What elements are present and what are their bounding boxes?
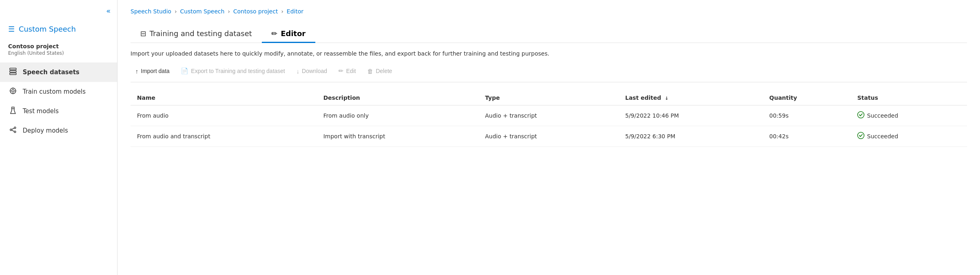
edit-button[interactable]: ✏ Edit: [334, 65, 361, 77]
tabs: ⊟ Training and testing dataset ✏ Editor: [131, 24, 967, 43]
svg-point-11: [14, 127, 16, 129]
row-description-0: From audio only: [317, 105, 479, 126]
sidebar-item-label: Train custom models: [23, 88, 86, 95]
import-data-label: Import data: [141, 68, 170, 74]
main-content: Speech Studio › Custom Speech › Contoso …: [118, 0, 980, 275]
sidebar-item-label: Test models: [23, 107, 59, 115]
sort-icon: ↓: [665, 96, 668, 101]
sidebar-project: Contoso project English (United States): [0, 40, 117, 58]
tab-editor[interactable]: ✏ Editor: [262, 24, 315, 43]
breadcrumb-editor[interactable]: Editor: [287, 8, 303, 15]
row-status-1: Succeeded: [851, 126, 967, 147]
sidebar-item-speech-datasets[interactable]: Speech datasets: [0, 62, 117, 82]
train-custom-models-icon: [8, 87, 18, 97]
import-icon: ↑: [135, 68, 139, 75]
tab-training-testing[interactable]: ⊟ Training and testing dataset: [131, 24, 262, 43]
download-label: Download: [302, 68, 327, 74]
table-body: From audio From audio only Audio + trans…: [131, 105, 967, 147]
tab-training-testing-label: Training and testing dataset: [150, 29, 252, 38]
col-last-edited[interactable]: Last edited ↓: [619, 90, 763, 105]
row-status-label-0: Succeeded: [867, 112, 898, 119]
col-quantity: Quantity: [763, 90, 851, 105]
training-testing-icon: ⊟: [140, 29, 146, 38]
svg-point-16: [858, 132, 864, 139]
speech-datasets-icon: [8, 67, 18, 77]
export-icon: 📄: [181, 67, 188, 75]
project-name: Contoso project: [8, 43, 109, 49]
svg-rect-2: [10, 73, 16, 75]
table-head: Name Description Type Last edited ↓ Quan…: [131, 90, 967, 105]
row-type-0: Audio + transcript: [479, 105, 619, 126]
delete-icon: 🗑: [367, 68, 373, 75]
breadcrumb-sep-2: ›: [228, 8, 230, 15]
delete-button[interactable]: 🗑 Delete: [362, 65, 397, 77]
breadcrumb: Speech Studio › Custom Speech › Contoso …: [131, 8, 967, 15]
sidebar-title: Custom Speech: [19, 25, 76, 33]
table-header-row: Name Description Type Last edited ↓ Quan…: [131, 90, 967, 105]
breadcrumb-contoso-project[interactable]: Contoso project: [233, 8, 278, 15]
sidebar-title-row: ☰ Custom Speech: [0, 21, 117, 40]
tab-editor-label: Editor: [281, 29, 306, 38]
deploy-models-icon: [8, 126, 18, 135]
svg-point-3: [10, 88, 16, 94]
col-description: Description: [317, 90, 479, 105]
row-name-0[interactable]: From audio: [131, 105, 317, 126]
svg-point-12: [14, 131, 16, 133]
hamburger-icon: ☰: [8, 25, 15, 33]
delete-label: Delete: [376, 68, 392, 74]
edit-icon: ✏: [338, 67, 344, 75]
row-quantity-1: 00:42s: [763, 126, 851, 147]
sidebar: « ☰ Custom Speech Contoso project Englis…: [0, 0, 118, 275]
export-label: Export to Training and testing dataset: [191, 68, 285, 74]
sidebar-item-deploy-models[interactable]: Deploy models: [0, 121, 117, 140]
status-succeeded-icon: [857, 111, 864, 120]
row-last-edited-0: 5/9/2022 10:46 PM: [619, 105, 763, 126]
row-status-label-1: Succeeded: [867, 133, 898, 140]
toolbar: ↑ Import data 📄 Export to Training and t…: [131, 65, 967, 82]
table-row: From audio From audio only Audio + trans…: [131, 105, 967, 126]
breadcrumb-custom-speech[interactable]: Custom Speech: [180, 8, 225, 15]
svg-rect-1: [10, 71, 16, 72]
export-button[interactable]: 📄 Export to Training and testing dataset: [176, 65, 290, 77]
sidebar-item-test-models[interactable]: Test models: [0, 101, 117, 121]
sidebar-item-label: Speech datasets: [23, 69, 79, 76]
editor-icon: ✏: [272, 29, 278, 38]
col-name: Name: [131, 90, 317, 105]
breadcrumb-speech-studio[interactable]: Speech Studio: [131, 8, 171, 15]
download-button[interactable]: ↓ Download: [291, 65, 332, 77]
sidebar-item-train-custom-models[interactable]: Train custom models: [0, 82, 117, 101]
sidebar-collapse-button[interactable]: «: [0, 6, 117, 21]
edit-label: Edit: [346, 68, 356, 74]
svg-point-15: [858, 112, 864, 118]
row-type-1: Audio + transcript: [479, 126, 619, 147]
row-last-edited-1: 5/9/2022 6:30 PM: [619, 126, 763, 147]
import-data-button[interactable]: ↑ Import data: [131, 65, 174, 77]
row-name-1[interactable]: From audio and transcript: [131, 126, 317, 147]
col-status: Status: [851, 90, 967, 105]
breadcrumb-sep-1: ›: [175, 8, 177, 15]
svg-line-13: [12, 128, 14, 129]
svg-point-4: [12, 90, 14, 92]
test-models-icon: [8, 106, 18, 116]
svg-point-10: [10, 129, 12, 131]
sidebar-item-label: Deploy models: [23, 127, 68, 134]
project-language: English (United States): [8, 50, 109, 56]
row-status-0: Succeeded: [851, 105, 967, 126]
status-succeeded-icon: [857, 132, 864, 141]
collapse-icon: «: [106, 6, 111, 15]
data-table: Name Description Type Last edited ↓ Quan…: [131, 90, 967, 147]
svg-rect-0: [10, 68, 16, 70]
page-description: Import your uploaded datasets here to qu…: [131, 50, 967, 57]
table-row: From audio and transcript Import with tr…: [131, 126, 967, 147]
breadcrumb-sep-3: ›: [281, 8, 284, 15]
download-icon: ↓: [296, 68, 300, 75]
sidebar-nav: Speech datasets Train custom models Test…: [0, 62, 117, 140]
row-quantity-0: 00:59s: [763, 105, 851, 126]
svg-line-14: [12, 130, 14, 131]
row-description-1: Import with transcript: [317, 126, 479, 147]
col-type: Type: [479, 90, 619, 105]
